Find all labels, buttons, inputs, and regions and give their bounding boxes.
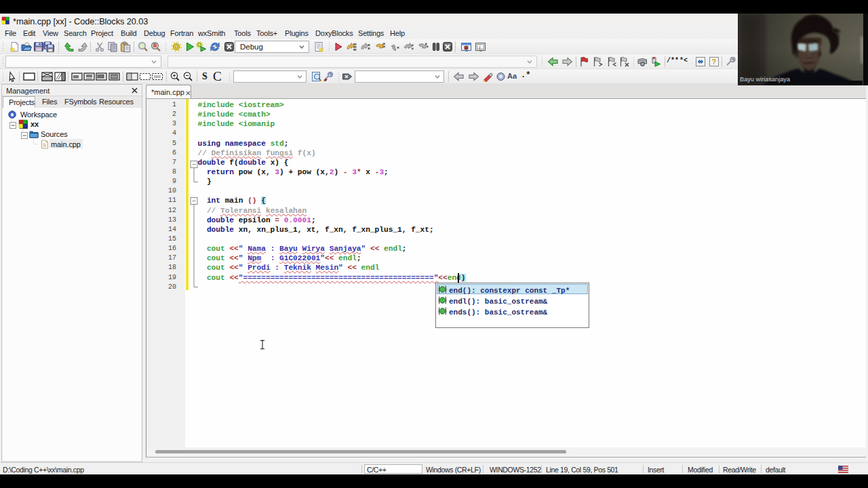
svg-text:?: ? [711, 58, 716, 66]
svg-text:i: i [479, 44, 481, 50]
svg-text:Bayu wiriasanjaya: Bayu wiriasanjaya [740, 76, 791, 83]
